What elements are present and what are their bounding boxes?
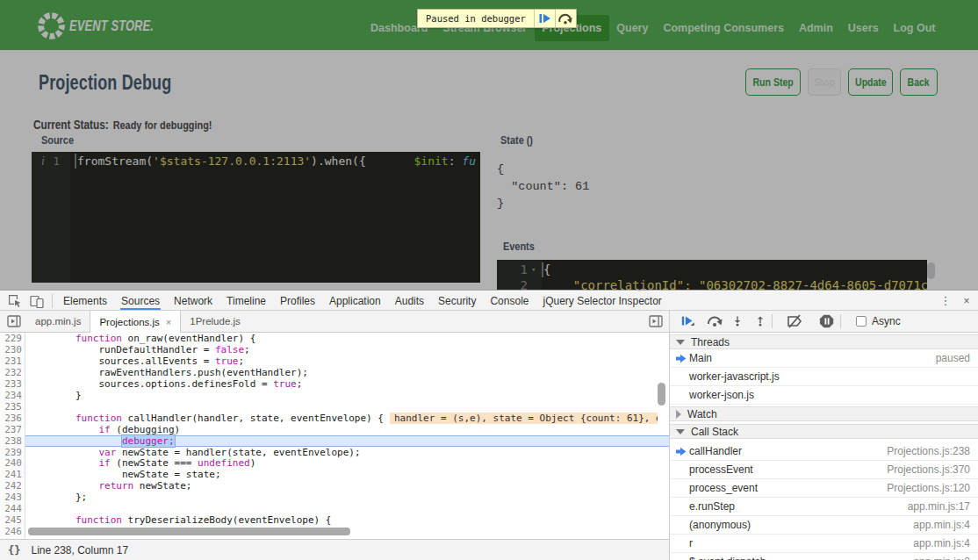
line-number[interactable]: 230 <box>0 344 22 355</box>
events-scrollbar-thumb[interactable] <box>927 262 935 279</box>
code-line-229[interactable]: 229 function on_raw(eventHandler) { <box>0 333 669 344</box>
line-number[interactable]: 244 <box>0 503 22 514</box>
line-number[interactable]: 238 <box>0 435 22 447</box>
code-line-231[interactable]: 231 sources.allEvents = true; <box>0 355 669 367</box>
devtools-tab-jquery-selector-inspector[interactable]: jQuery Selector Inspector <box>536 291 668 310</box>
pretty-print-icon[interactable]: {} <box>8 544 20 556</box>
devtools-tab-sources[interactable]: Sources <box>114 291 167 310</box>
device-toolbar-icon[interactable] <box>30 294 44 308</box>
nav-item-log-out[interactable]: Log Out <box>886 15 943 41</box>
devtools-tab-elements[interactable]: Elements <box>56 291 114 310</box>
code-line-238[interactable]: 238 debugger; <box>0 435 669 447</box>
code-line-230[interactable]: 230 runDefaultHandler = false; <box>0 344 669 355</box>
stack-frame-callhandler[interactable]: callHandlerProjections.js:238 <box>670 442 978 461</box>
code-line-235[interactable]: 235 <box>0 401 669 413</box>
code-line-243[interactable]: 243 }; <box>0 492 669 503</box>
line-number[interactable]: 242 <box>0 480 22 492</box>
line-number[interactable]: 239 <box>0 447 22 458</box>
stack-frame-r[interactable]: rapp.min.js:4 <box>670 535 978 553</box>
code-token: var <box>98 447 116 458</box>
line-content: sources.options.definesFold = true; <box>29 378 302 390</box>
code-token: newState = handler(state, eventEnvelope)… <box>116 447 360 458</box>
watch-section-header[interactable]: Watch <box>670 406 978 421</box>
line-number[interactable]: 234 <box>0 390 22 401</box>
source-code-panel[interactable]: 229 function on_raw(eventHandler) {230 r… <box>0 333 669 539</box>
code-line-233[interactable]: 233 sources.options.definesFold = true; <box>0 378 669 390</box>
logo[interactable]: EVENT STORE. <box>37 10 177 41</box>
event-store-ring-icon <box>37 11 66 40</box>
fold-arrow-icon[interactable]: ▾ <box>531 262 536 277</box>
line-number[interactable]: 246 <box>0 526 22 537</box>
code-line-245[interactable]: 245 function tryDeserializeBody(eventEnv… <box>0 514 669 526</box>
inspect-element-icon[interactable] <box>8 294 22 308</box>
code-line-234[interactable]: 234 } <box>0 390 669 401</box>
step-out-icon[interactable] <box>754 313 766 329</box>
run-step-button[interactable]: Run Step <box>745 68 801 96</box>
line-number[interactable]: 236 <box>0 413 22 424</box>
line-number[interactable]: 237 <box>0 424 22 435</box>
line-number[interactable]: 241 <box>0 469 22 480</box>
stack-frame-processevent[interactable]: processEventProjections.js:370 <box>670 461 978 479</box>
line-number[interactable]: 231 <box>0 355 22 367</box>
code-line-244[interactable]: 244 <box>0 503 669 514</box>
thread-row-worker-json-js[interactable]: worker-json.js <box>670 386 978 405</box>
stack-frame-process-event[interactable]: process_eventProjections.js:120 <box>670 479 978 498</box>
devtools-tab-application[interactable]: Application <box>322 291 388 310</box>
line-number[interactable]: 235 <box>0 401 22 413</box>
section-title: Watch <box>687 408 717 420</box>
stack-frame--event-dispatch[interactable]: $.event.dispatchapp.min.js:2 <box>670 553 978 560</box>
step-into-icon[interactable] <box>731 313 744 329</box>
update-button[interactable]: Update <box>848 68 893 96</box>
code-token: (debugging) <box>111 424 180 435</box>
nav-item-admin[interactable]: Admin <box>791 15 840 41</box>
nav-item-users[interactable]: Users <box>840 15 886 41</box>
file-tab-1prelude.js[interactable]: 1Prelude.js <box>181 311 249 332</box>
code-line-232[interactable]: 232 rawEventHandlers.push(eventHandler); <box>0 367 669 378</box>
file-tab-app.min.js[interactable]: app.min.js <box>26 311 90 332</box>
file-tab-projections.js[interactable]: Projections.js× <box>90 311 181 333</box>
code-line-236[interactable]: 236 function callHandler(handler, state,… <box>0 413 669 424</box>
banner-resume-button[interactable] <box>534 10 555 27</box>
devtools-tab-audits[interactable]: Audits <box>388 291 431 310</box>
async-checkbox[interactable] <box>856 316 867 327</box>
step-over-icon[interactable] <box>706 313 723 329</box>
line-number[interactable]: 245 <box>0 514 22 526</box>
devtools-tab-network[interactable]: Network <box>167 291 219 310</box>
stack-frame--anonymous-[interactable]: (anonymous)app.min.js:4 <box>670 516 978 535</box>
code-line-239[interactable]: 239 var newState = handler(state, eventE… <box>0 447 669 458</box>
code-line-241[interactable]: 241 newState = state; <box>0 469 669 480</box>
line-number[interactable]: 232 <box>0 367 22 378</box>
threads-section-header[interactable]: Threads <box>670 334 978 349</box>
events-editor[interactable]: 1▾{2 "correlationId": "06302702-8827-4d6… <box>497 260 927 290</box>
nav-item-competing-consumers[interactable]: Competing Consumers <box>656 15 792 41</box>
thread-row-worker-javascript-js[interactable]: worker-javascript.js <box>670 368 978 386</box>
code-line-242[interactable]: 242 return newState; <box>0 480 669 492</box>
call-stack-section-header[interactable]: Call Stack <box>670 424 978 439</box>
devtools-menu-icon[interactable]: ⋮ <box>936 294 955 307</box>
nav-item-query[interactable]: Query <box>609 15 656 41</box>
line-number[interactable]: 233 <box>0 378 22 390</box>
deactivate-breakpoints-icon[interactable] <box>787 313 804 329</box>
vertical-scrollbar-thumb[interactable] <box>658 383 665 406</box>
line-number[interactable]: 229 <box>0 333 22 344</box>
devtools-tab-profiles[interactable]: Profiles <box>273 291 322 310</box>
code-line-240[interactable]: 240 if (newState === undefined) <box>0 457 669 469</box>
line-number[interactable]: 243 <box>0 492 22 503</box>
banner-step-over-button[interactable] <box>555 10 576 27</box>
devtools-tab-security[interactable]: Security <box>431 291 483 310</box>
devtools-tab-console[interactable]: Console <box>483 291 536 310</box>
source-code-editor[interactable]: i1 fromStream('$stats-127.0.0.1:2113').w… <box>32 152 480 283</box>
code-line-237[interactable]: 237 if (debugging) <box>0 424 669 435</box>
close-tab-icon[interactable]: × <box>166 317 171 327</box>
horizontal-scrollbar-thumb[interactable] <box>28 528 350 535</box>
stack-frame-e-runstep[interactable]: e.runStepapp.min.js:17 <box>670 498 978 516</box>
show-sidebar-icon[interactable] <box>649 314 663 328</box>
pause-on-exceptions-icon[interactable] <box>819 313 835 329</box>
show-navigator-icon[interactable] <box>7 314 21 328</box>
back-button[interactable]: Back <box>900 68 938 96</box>
line-number[interactable]: 240 <box>0 457 22 469</box>
devtools-tab-timeline[interactable]: Timeline <box>219 291 273 310</box>
thread-row-main[interactable]: Mainpaused <box>670 349 978 368</box>
resume-script-icon[interactable] <box>680 313 696 329</box>
devtools-close-icon[interactable]: × <box>955 295 978 307</box>
